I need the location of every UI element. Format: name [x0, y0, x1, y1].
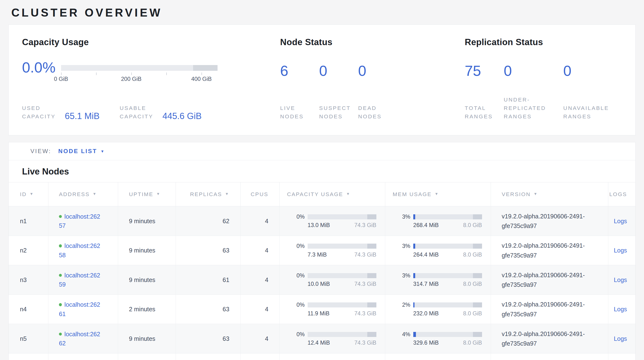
- capacity-percent: 0%: [287, 214, 305, 220]
- capacity-percent: 0%: [287, 272, 305, 279]
- mem-total-value: 8.0 GiB: [463, 340, 482, 346]
- column-header-capacity-usage[interactable]: CAPACITY USAGE ▼: [280, 183, 385, 206]
- capacity-total-value: 74.3 GiB: [354, 281, 376, 287]
- logs-link[interactable]: Logs: [614, 218, 627, 225]
- capacity-usage-bar: [308, 332, 376, 337]
- table-header-row: ID ▼ ADDRESS ▼ UPTIME ▼ REPLICAS ▼ CPUS: [8, 182, 636, 207]
- node-address-cell: localhost:26259: [48, 265, 118, 294]
- column-header-uptime[interactable]: UPTIME ▼: [118, 183, 176, 206]
- dead-nodes-stat: 0 DEAD NODES: [358, 63, 397, 121]
- node-logs-cell: Logs: [608, 295, 636, 324]
- node-uptime-cell: 9 minutes: [118, 324, 176, 353]
- node-address-link[interactable]: localhost:26257: [59, 213, 100, 229]
- node-cpus-cell: 4: [240, 295, 280, 324]
- capacity-total-value: 74.3 GiB: [354, 310, 376, 317]
- logs-link[interactable]: Logs: [614, 306, 627, 313]
- logs-link[interactable]: Logs: [614, 335, 627, 342]
- logs-link[interactable]: Logs: [614, 247, 627, 254]
- node-mem-usage-cell: 3% 314.7 MiB 8.0 GiB: [385, 265, 491, 294]
- mem-usage-bar: [413, 302, 482, 307]
- node-uptime-cell: 9 minutes: [118, 206, 176, 236]
- node-id-cell: n5: [8, 324, 48, 353]
- node-version-cell: v19.2.0-alpha.20190606-2491-gfe735c9a97: [491, 324, 608, 353]
- capacity-usage-bar: [308, 214, 376, 219]
- node-address-link[interactable]: localhost:26262: [59, 331, 100, 347]
- node-live-status-icon: [59, 274, 62, 277]
- axis-tick: [96, 73, 96, 75]
- column-header-mem-usage[interactable]: MEM USAGE ▼: [385, 183, 491, 206]
- capacity-bar-chart: 0 GiB 200 GiB 400 GiB: [61, 65, 218, 76]
- mem-total-value: 8.0 GiB: [463, 252, 482, 258]
- node-address-cell: localhost:26258: [48, 236, 118, 265]
- total-ranges-count: 75: [465, 63, 504, 79]
- sort-down-icon: ▼: [346, 192, 350, 196]
- axis-tick-label: 200 GiB: [121, 76, 141, 82]
- node-list-card: VIEW: NODE LIST ▼ Live Nodes ID ▼ ADDRES…: [8, 142, 636, 360]
- mem-bar-fill: [413, 244, 416, 249]
- node-mem-usage-cell: 3% 268.4 MiB 8.0 GiB: [385, 206, 491, 236]
- node-address-link[interactable]: localhost:26258: [59, 242, 100, 258]
- node-address-link[interactable]: localhost:26261: [59, 301, 100, 317]
- sort-down-icon: ▼: [225, 192, 229, 196]
- column-header-logs: LOGS: [608, 183, 636, 206]
- node-version-cell: v19.2.0-alpha.20190606-2491-gfe735c9a97: [491, 265, 608, 294]
- mem-bar-fill: [413, 332, 416, 337]
- capacity-percent: 0%: [287, 243, 305, 249]
- dead-nodes-label: DEAD NODES: [358, 104, 394, 121]
- node-capacity-usage-cell: 0% 7.3 MiB 74.3 GiB: [280, 236, 385, 265]
- mem-percent: 3%: [393, 214, 410, 220]
- capacity-used-value: 10.0 MiB: [308, 281, 330, 287]
- table-row: n1 localhost:26257 9 minutes 62 4 0% 13.…: [8, 206, 636, 236]
- live-nodes-label: LIVE NODES: [280, 104, 316, 121]
- view-dropdown[interactable]: NODE LIST ▼: [58, 148, 104, 154]
- capacity-total-value: 74.3 GiB: [354, 222, 376, 229]
- unavailable-ranges-stat: 0 UNAVAILABLE RANGES: [563, 63, 622, 121]
- node-replicas-cell: 61: [176, 265, 240, 294]
- mem-usage-bar: [413, 273, 482, 278]
- node-id-cell: n3: [8, 265, 48, 294]
- mem-total-value: 8.0 GiB: [463, 222, 482, 229]
- mem-bar-fill: [413, 214, 416, 219]
- column-header-replicas[interactable]: REPLICAS ▼: [176, 183, 240, 206]
- used-capacity-value: 65.1 MiB: [65, 112, 100, 121]
- live-nodes-count: 6: [280, 63, 319, 79]
- column-header-cpus[interactable]: CPUS: [240, 183, 280, 206]
- node-id-cell: n2: [8, 236, 48, 265]
- capacity-used-value: 11.9 MiB: [308, 310, 330, 317]
- axis-tick: [131, 73, 132, 75]
- column-header-version[interactable]: VERSION ▼: [491, 183, 608, 206]
- column-header-id[interactable]: ID ▼: [8, 183, 48, 206]
- node-uptime-cell: 9 minutes: [118, 236, 176, 265]
- node-id-cell: n4: [8, 295, 48, 324]
- mem-used-value: 264.4 MiB: [413, 252, 439, 258]
- capacity-total-value: 74.3 GiB: [354, 340, 376, 346]
- replication-status-section: Replication Status 75 TOTAL RANGES 0 UND…: [465, 37, 622, 121]
- mem-used-value: 268.4 MiB: [413, 222, 439, 229]
- live-nodes-stat: 6 LIVE NODES: [280, 63, 319, 121]
- node-address-cell: localhost:26262: [48, 324, 118, 353]
- table-row: n3 localhost:26259 9 minutes 61 4 0% 10.…: [8, 265, 636, 295]
- node-id-cell: n1: [8, 206, 48, 236]
- axis-tick: [202, 73, 202, 75]
- used-capacity-stat: USED CAPACITY 65.1 MiB: [22, 104, 100, 121]
- node-uptime-cell: 2 minutes: [118, 295, 176, 324]
- unavailable-count: 0: [563, 63, 622, 79]
- capacity-used-value: 13.0 MiB: [308, 222, 330, 229]
- capacity-bar-track: [61, 65, 218, 71]
- cluster-summary-card: Capacity Usage 0.0% 0 GiB 200 GiB 400 Gi…: [8, 25, 636, 135]
- node-logs-cell: Logs: [608, 236, 636, 265]
- column-header-address[interactable]: ADDRESS ▼: [48, 183, 118, 206]
- view-dropdown-value: NODE LIST: [58, 148, 97, 154]
- axis-tick: [61, 73, 62, 75]
- total-ranges-label: TOTAL RANGES: [465, 104, 504, 121]
- axis-tick-label: 0 GiB: [54, 76, 68, 82]
- logs-link[interactable]: Logs: [614, 276, 627, 283]
- suspect-nodes-label: SUSPECT NODES: [319, 104, 355, 121]
- sort-down-icon: ▼: [434, 192, 439, 196]
- node-address-link[interactable]: localhost:26259: [59, 272, 100, 288]
- node-status-title: Node Status: [280, 37, 464, 48]
- node-version-cell: v19.2.0-alpha.20190606-2491-gfe735c9a97: [491, 206, 608, 236]
- mem-bar-fill: [413, 302, 415, 307]
- usable-capacity-label: USABLE CAPACITY: [120, 104, 158, 121]
- table-row-partial: [8, 353, 636, 360]
